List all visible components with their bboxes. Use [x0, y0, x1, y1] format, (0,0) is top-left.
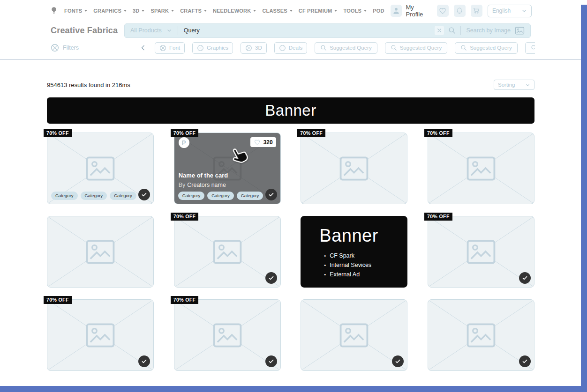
- chevron-down-icon: [142, 10, 144, 12]
- banner-card-item: Internal Sevices: [330, 262, 371, 268]
- product-card[interactable]: 70% OFF Category Category Category: [47, 133, 154, 204]
- nav-item-tools[interactable]: TOOLS: [343, 8, 367, 14]
- promo-banner[interactable]: Banner: [47, 97, 534, 124]
- image-placeholder-icon: [86, 323, 115, 348]
- selected-check-icon[interactable]: [519, 355, 531, 367]
- chevron-down-icon: [364, 10, 367, 12]
- image-placeholder-icon: [86, 156, 115, 181]
- product-card[interactable]: 70% OFF: [301, 133, 407, 204]
- search-icon: [320, 44, 327, 51]
- selected-check-icon[interactable]: [265, 355, 277, 367]
- nav-item-crafts[interactable]: CRAFTS: [180, 8, 207, 14]
- banner-card-title: Banner: [319, 224, 407, 247]
- category-chip[interactable]: Category: [51, 192, 78, 200]
- product-card[interactable]: [428, 299, 534, 371]
- pinterest-icon[interactable]: P: [179, 137, 189, 148]
- category-chip[interactable]: Category: [178, 192, 205, 200]
- bullet-dot: •: [324, 272, 326, 277]
- chevron-left-icon[interactable]: [141, 44, 147, 51]
- sorting-label: Sorting: [498, 82, 515, 88]
- selected-check-icon[interactable]: [138, 355, 150, 367]
- language-select[interactable]: English: [488, 5, 532, 17]
- suggested-query-chip[interactable]: Suggested Query: [385, 42, 448, 54]
- sorting-select[interactable]: Sorting: [494, 80, 534, 90]
- notifications-bell-icon[interactable]: [454, 5, 466, 17]
- product-card-hovered[interactable]: 70% OFF P 320 Name of the card ByCreator…: [174, 133, 281, 204]
- filters-button[interactable]: Filters: [51, 44, 141, 52]
- nav-item-cf-premium[interactable]: CF PREMIUM: [299, 8, 338, 14]
- nav-item-pod[interactable]: POD: [373, 8, 384, 14]
- product-card[interactable]: [47, 216, 154, 288]
- chevron-down-icon: [166, 28, 172, 33]
- crossed-circle-icon: [197, 44, 204, 52]
- cart-icon[interactable]: [471, 5, 482, 17]
- image-icon: [515, 27, 525, 35]
- chevron-down-icon: [525, 82, 530, 88]
- chip-label: Suggested Query: [400, 45, 442, 51]
- crossed-circle-icon: [279, 44, 286, 52]
- crossed-circle-icon: [159, 44, 166, 52]
- nav-item-label: FONTS: [64, 8, 82, 14]
- category-chip[interactable]: Category: [81, 192, 107, 200]
- category-chips: Category Category Category: [178, 192, 263, 200]
- product-card[interactable]: 70% OFF: [174, 216, 281, 288]
- nav-item-classes[interactable]: CLASSES: [262, 8, 292, 14]
- banner-card-item: External Ad: [330, 271, 360, 278]
- chip-label: Suggested Query: [470, 45, 512, 51]
- search-input[interactable]: [178, 27, 435, 34]
- selected-check-icon[interactable]: [265, 189, 277, 200]
- search-icon: [460, 44, 467, 51]
- suggested-query-chip[interactable]: Suggested Query: [525, 42, 535, 54]
- image-placeholder-icon: [339, 323, 369, 348]
- category-chip[interactable]: Category: [110, 192, 136, 200]
- selected-check-icon[interactable]: [138, 189, 150, 200]
- chip-label: Graphics: [207, 45, 228, 51]
- product-card[interactable]: 70% OFF: [428, 133, 534, 204]
- nav-item-fonts[interactable]: FONTS: [64, 8, 87, 14]
- selected-check-icon[interactable]: [519, 272, 531, 284]
- category-chip[interactable]: Category: [207, 192, 234, 200]
- category-chip[interactable]: Category: [237, 192, 263, 200]
- product-card[interactable]: 70% OFF: [47, 299, 154, 371]
- nav-item-spark[interactable]: SPARK: [151, 8, 174, 14]
- vertical-scrollbar[interactable]: [581, 5, 587, 392]
- search-scope-select[interactable]: All Products: [125, 27, 178, 34]
- lightbulb-icon[interactable]: [51, 7, 57, 15]
- promo-banner-title: Banner: [265, 102, 316, 119]
- product-card[interactable]: 70% OFF: [428, 216, 534, 288]
- filter-chip-graphics[interactable]: Graphics: [192, 42, 233, 54]
- image-placeholder-icon: [467, 323, 496, 348]
- filter-chip-3d[interactable]: 3D: [241, 42, 267, 54]
- product-card[interactable]: 70% OFF: [174, 299, 281, 371]
- favorites-heart-icon[interactable]: [437, 5, 449, 17]
- nav-item-needlework[interactable]: NEEDLEWORK: [213, 8, 256, 14]
- chip-label: 3D: [255, 45, 262, 51]
- product-card[interactable]: [301, 299, 407, 371]
- search-by-image-button[interactable]: Search by Image: [461, 27, 531, 35]
- site-logo[interactable]: Creative Fabrica: [51, 26, 124, 36]
- nav-item-3d[interactable]: 3D: [133, 8, 144, 14]
- suggested-query-chip[interactable]: Suggested Query: [455, 42, 518, 54]
- card-title[interactable]: Name of the card: [179, 172, 228, 179]
- top-nav: FONTS GRAPHICS 3D SPARK CRAFTS NEEDLEWOR…: [51, 0, 532, 22]
- filter-chip-font[interactable]: Font: [155, 42, 185, 54]
- card-creator-line: ByCreators name: [179, 182, 226, 188]
- filter-chip-deals[interactable]: Deals: [274, 42, 307, 54]
- language-value: English: [492, 7, 511, 14]
- nav-item-label: SPARK: [151, 8, 169, 14]
- search-icon: [391, 44, 397, 51]
- creator-name[interactable]: Creators name: [187, 182, 226, 188]
- horizontal-scrollbar[interactable]: [0, 386, 587, 392]
- clear-search-icon[interactable]: [435, 26, 444, 35]
- suggested-query-chip[interactable]: Suggested Query: [315, 42, 377, 54]
- nav-item-graphics[interactable]: GRAPHICS: [93, 8, 127, 14]
- search-icon[interactable]: [448, 27, 456, 34]
- selected-check-icon[interactable]: [265, 272, 277, 284]
- nav-item-label: GRAPHICS: [93, 8, 121, 14]
- my-profile-button[interactable]: My Profile: [391, 4, 432, 18]
- likes-counter[interactable]: 320: [250, 137, 276, 147]
- chip-label: Deals: [289, 45, 302, 51]
- banner-card[interactable]: Banner •CF Spark •Internal Sevices •Exte…: [301, 216, 407, 288]
- discount-badge: 70% OFF: [171, 296, 199, 304]
- results-summary: 954613 results found in 216ms: [47, 81, 130, 89]
